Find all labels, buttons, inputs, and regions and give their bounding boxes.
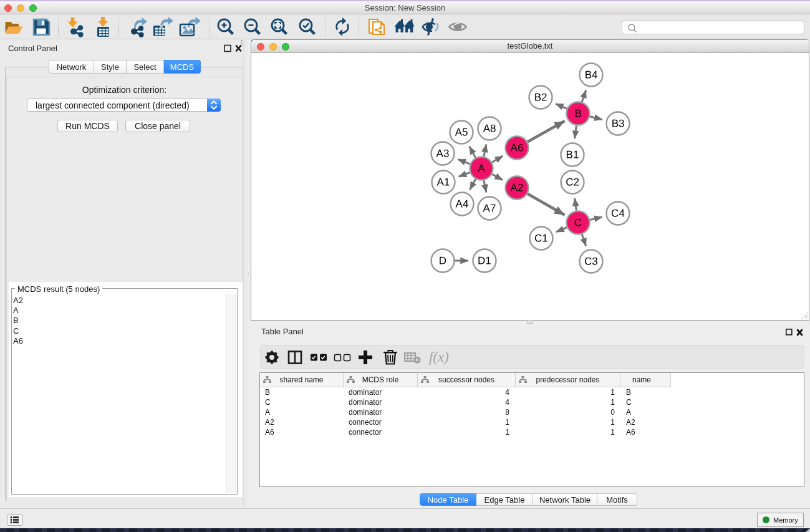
svg-text:A2: A2 [511, 181, 524, 193]
svg-text:A: A [478, 162, 485, 174]
svg-text:f(x): f(x) [429, 349, 449, 365]
svg-text:B1: B1 [566, 149, 579, 161]
svg-text:B: B [574, 108, 581, 120]
svg-text:B4: B4 [585, 69, 598, 81]
svg-text:C: C [574, 217, 582, 229]
svg-text:A5: A5 [455, 126, 468, 138]
svg-text:A3: A3 [436, 147, 450, 159]
svg-text:A7: A7 [483, 202, 496, 214]
svg-text:A1: A1 [437, 176, 450, 188]
svg-text:D: D [439, 254, 446, 266]
svg-text:B2: B2 [534, 92, 547, 104]
svg-text:B3: B3 [612, 118, 625, 130]
svg-text:A8: A8 [483, 122, 496, 134]
svg-text:C2: C2 [566, 177, 579, 188]
svg-text:C1: C1 [534, 233, 548, 244]
svg-text:A6: A6 [511, 142, 524, 153]
svg-text:A4: A4 [456, 198, 469, 210]
svg-text:C3: C3 [584, 256, 598, 268]
svg-text:C4: C4 [611, 208, 625, 220]
svg-text:D1: D1 [478, 254, 491, 266]
